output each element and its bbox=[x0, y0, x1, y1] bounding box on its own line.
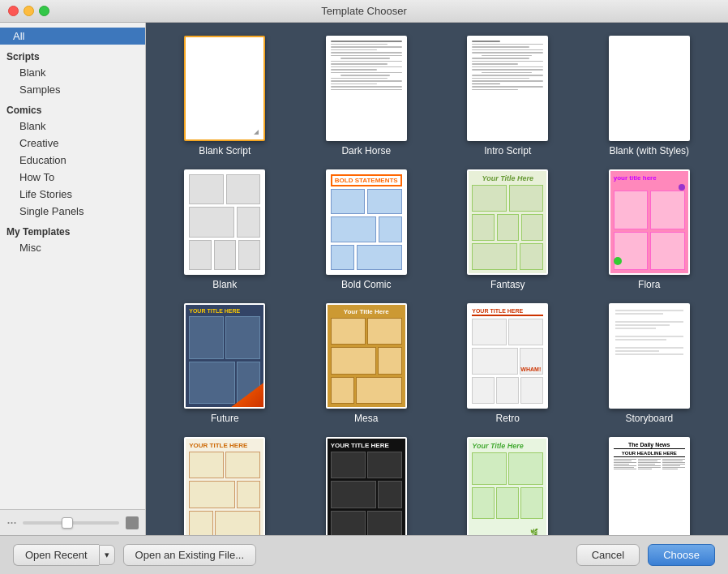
sidebar-item-comics-creative[interactable]: Creative bbox=[0, 135, 145, 152]
template-intro-script[interactable]: Intro Script bbox=[442, 36, 574, 156]
bottom-bar: Open Recent ▾ Open an Existing File... C… bbox=[0, 535, 728, 574]
minimize-button[interactable] bbox=[24, 6, 34, 16]
sidebar-item-comics-lifestories[interactable]: Life Stories bbox=[0, 186, 145, 203]
template-thumb-blank-styles bbox=[609, 36, 690, 141]
choose-button[interactable]: Choose bbox=[648, 544, 715, 566]
template-dark-horse[interactable]: Dark Horse bbox=[301, 36, 433, 156]
sidebar-all-label: All bbox=[13, 30, 24, 42]
template-blank-styles[interactable]: Blank (with Styles) bbox=[584, 36, 716, 156]
open-existing-button[interactable]: Open an Existing File... bbox=[123, 544, 256, 566]
template-label-mesa: Mesa bbox=[354, 413, 378, 424]
template-fantasy[interactable]: Your Title Here bbox=[442, 169, 574, 290]
template-blank-script[interactable]: Blank Script bbox=[159, 36, 291, 156]
template-thumb-early-writer: Your Title Here 🌿 bbox=[467, 437, 548, 535]
template-thumb-blank-script bbox=[184, 36, 265, 141]
template-thumb-newspaper: The Daily News YOUR HEADLINE HERE bbox=[609, 437, 690, 535]
template-thumb-intro-script bbox=[467, 36, 548, 141]
template-label-intro-script: Intro Script bbox=[484, 145, 531, 156]
template-future[interactable]: YOUR TITLE HERE Future bbox=[159, 303, 291, 424]
sidebar-bottom-bar: ··· bbox=[0, 509, 145, 535]
template-flora[interactable]: your title here Flora bbox=[584, 169, 716, 290]
template-thumb-storyboard bbox=[609, 303, 690, 409]
open-recent-dropdown[interactable]: ▾ bbox=[99, 545, 115, 565]
template-thumb-comic-blank bbox=[184, 169, 265, 275]
template-super-retro[interactable]: YOUR TITLE HERE bbox=[159, 437, 291, 535]
template-thumb-flora: your title here bbox=[609, 169, 690, 275]
template-label-retro: Retro bbox=[496, 413, 520, 424]
template-thumb-super-retro: YOUR TITLE HERE bbox=[184, 437, 265, 535]
sidebar-item-comics-blank[interactable]: Blank bbox=[0, 118, 145, 135]
template-label-comic-blank: Blank bbox=[212, 279, 237, 290]
sidebar-zoom-slider[interactable] bbox=[23, 521, 119, 525]
sidebar-item-all[interactable]: All bbox=[0, 28, 145, 45]
template-thumb-mesa: Your Title Here bbox=[326, 303, 407, 409]
close-button[interactable] bbox=[8, 6, 19, 16]
template-newspaper[interactable]: The Daily News YOUR HEADLINE HERE bbox=[584, 437, 716, 535]
sidebar-category-comics: Comics bbox=[0, 98, 145, 118]
template-urbana[interactable]: YOUR TITLE HERE bbox=[301, 437, 433, 535]
template-label-fantasy: Fantasy bbox=[490, 279, 525, 290]
template-thumb-future: YOUR TITLE HERE bbox=[184, 303, 265, 409]
template-label-future: Future bbox=[211, 413, 239, 424]
sidebar-item-scripts-blank[interactable]: Blank bbox=[0, 64, 145, 81]
bottom-left-actions: Open Recent ▾ Open an Existing File... bbox=[13, 544, 256, 566]
template-label-dark-horse: Dark Horse bbox=[341, 145, 391, 156]
slider-thumb bbox=[62, 517, 73, 529]
template-label-blank-styles: Blank (with Styles) bbox=[609, 145, 689, 156]
traffic-lights bbox=[8, 6, 49, 16]
sidebar-menu-dots[interactable]: ··· bbox=[6, 514, 16, 531]
main-content: All Scripts Blank Samples Comics Blank C… bbox=[0, 23, 728, 535]
chevron-down-icon: ▾ bbox=[105, 550, 109, 560]
template-thumb-fantasy: Your Title Here bbox=[467, 169, 548, 275]
template-label-blank-script: Blank Script bbox=[199, 145, 251, 156]
template-mesa[interactable]: Your Title Here bbox=[301, 303, 433, 424]
cancel-button[interactable]: Cancel bbox=[576, 544, 640, 566]
grid-view-icon[interactable] bbox=[126, 516, 139, 529]
template-thumb-urbana: YOUR TITLE HERE bbox=[326, 437, 407, 535]
window-title: Template Chooser bbox=[321, 5, 407, 17]
template-grid: Blank Script bbox=[159, 36, 715, 535]
template-thumb-dark-horse bbox=[326, 36, 407, 141]
template-label-bold-comic: Bold Comic bbox=[341, 279, 391, 290]
sidebar-category-scripts: Scripts bbox=[0, 45, 145, 64]
template-thumb-retro: YOUR TITLE HERE WHAM! bbox=[467, 303, 548, 409]
bottom-right-actions: Cancel Choose bbox=[576, 544, 715, 566]
open-recent-button[interactable]: Open Recent bbox=[13, 544, 99, 566]
template-label-flora: Flora bbox=[638, 279, 660, 290]
title-bar: Template Chooser bbox=[0, 0, 728, 23]
template-retro[interactable]: YOUR TITLE HERE WHAM! bbox=[442, 303, 574, 424]
sidebar-item-comics-howto[interactable]: How To bbox=[0, 169, 145, 186]
sidebar-scroll: All Scripts Blank Samples Comics Blank C… bbox=[0, 23, 145, 509]
sidebar-item-comics-education[interactable]: Education bbox=[0, 152, 145, 169]
template-area: Blank Script bbox=[146, 23, 728, 535]
template-early-writer[interactable]: Your Title Here 🌿 bbox=[442, 437, 574, 535]
template-bold-comic[interactable]: BOLD STATEMENTS bbox=[301, 169, 433, 290]
sidebar-item-scripts-samples[interactable]: Samples bbox=[0, 81, 145, 98]
maximize-button[interactable] bbox=[39, 6, 49, 16]
template-thumb-bold-comic: BOLD STATEMENTS bbox=[326, 169, 407, 275]
sidebar-category-mytemplates: My Templates bbox=[0, 220, 145, 239]
sidebar-item-comics-singlepanels[interactable]: Single Panels bbox=[0, 203, 145, 220]
template-label-storyboard: Storyboard bbox=[625, 413, 673, 424]
template-comic-blank[interactable]: Blank bbox=[159, 169, 291, 290]
sidebar-item-misc[interactable]: Misc bbox=[0, 239, 145, 256]
sidebar: All Scripts Blank Samples Comics Blank C… bbox=[0, 23, 146, 535]
template-storyboard[interactable]: Storyboard bbox=[584, 303, 716, 424]
